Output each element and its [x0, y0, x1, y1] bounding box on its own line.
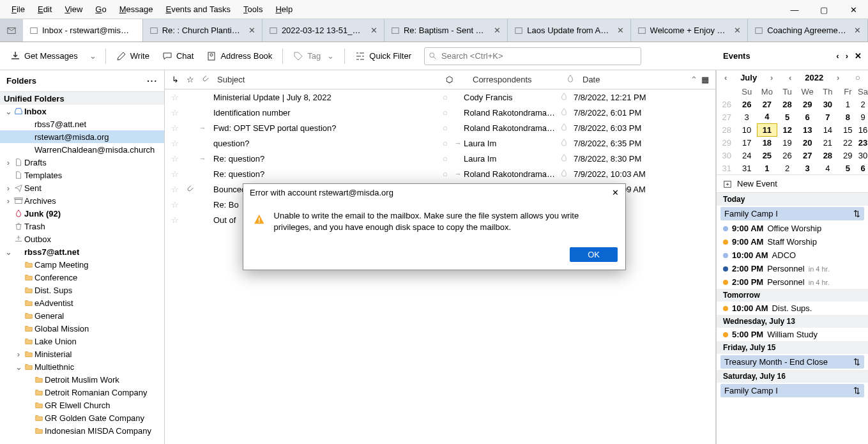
dialog-message: Unable to write the email to the mailbox… [274, 210, 615, 233]
dialog-close-button[interactable]: ✕ [612, 188, 619, 197]
warning-icon [254, 210, 265, 228]
svg-rect-18 [259, 218, 260, 221]
dialog-overlay: Error with account rstewart@misda.org ✕ … [0, 0, 868, 444]
dialog-title: Error with account rstewart@misda.org [250, 188, 393, 197]
error-dialog: Error with account rstewart@misda.org ✕ … [243, 183, 626, 270]
svg-rect-19 [259, 222, 260, 223]
dialog-ok-button[interactable]: OK [570, 247, 618, 262]
